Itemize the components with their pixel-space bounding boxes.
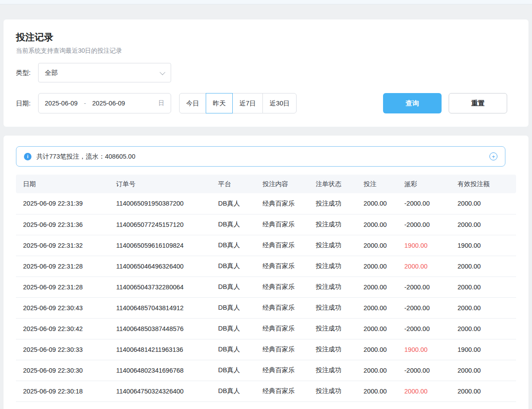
cell-bet: 2000.00 (356, 339, 397, 360)
type-select[interactable]: 全部 (38, 63, 171, 82)
date-end-value: 2025-06-09 (92, 100, 125, 107)
quick-range-today[interactable]: 今日 (179, 93, 206, 113)
cell-bet: 2000.00 (356, 381, 397, 401)
cell-order-no: 1140065059616109824 (109, 235, 211, 256)
table-header-row: 日期订单号平台投注内容注单状态投注派彩有效投注额 (16, 175, 516, 193)
chevron-down-icon (160, 69, 165, 75)
cell-order-no: 1140064802341696768 (109, 360, 211, 381)
cell-valid-bet: 2000.00 (450, 381, 516, 401)
column-header-valid-bet: 有效投注额 (450, 175, 516, 193)
date-filter-row: 日期: 2025-06-09 - 2025-06-09 日 今日昨天近7日近30… (16, 93, 516, 113)
cell-platform: DB真人 (211, 235, 255, 256)
cell-valid-bet: 2000.00 (450, 318, 516, 339)
type-filter-row: 类型: 全部 (16, 63, 516, 82)
cell-platform: DB真人 (211, 214, 255, 235)
column-header-status: 注单状态 (309, 175, 356, 193)
cell-bet-content: 经典百家乐 (255, 214, 309, 235)
column-header-payout: 派彩 (397, 175, 450, 193)
cell-payout: -2000.00 (397, 193, 450, 214)
table-row: 2025-06-09 22:31:321140065059616109824DB… (16, 235, 516, 256)
summary-text: 共计773笔投注，流水：408605.00 (36, 152, 135, 161)
column-header-platform: 平台 (211, 175, 255, 193)
date-range-separator: - (84, 100, 86, 107)
cell-bet-content: 经典百家乐 (255, 339, 309, 360)
cell-bet: 2000.00 (356, 256, 397, 277)
cell-status: 投注成功 (309, 339, 356, 360)
cell-date: 2025-06-09 22:31:28 (16, 256, 109, 277)
cell-status: 投注成功 (309, 318, 356, 339)
column-header-bet: 投注 (356, 175, 397, 193)
date-filter-label: 日期: (16, 99, 38, 108)
cell-status: 投注成功 (309, 235, 356, 256)
cell-bet: 2000.00 (356, 214, 397, 235)
table-row: 2025-06-09 22:30:431140064857043814912DB… (16, 297, 516, 318)
calendar-icon: 日 (158, 99, 164, 107)
quick-range-last30[interactable]: 近30日 (262, 93, 297, 113)
cell-payout: -2000.00 (397, 277, 450, 297)
quick-range-group: 今日昨天近7日近30日 (179, 93, 297, 113)
results-panel: i 共计773笔投注，流水：408605.00 + 日期订单号平台投注内容注单状… (4, 136, 528, 409)
cell-bet: 2000.00 (356, 360, 397, 381)
table-row: 2025-06-09 22:31:281140065043732280064DB… (16, 277, 516, 297)
cell-status: 投注成功 (309, 214, 356, 235)
cell-platform: DB真人 (211, 318, 255, 339)
top-nav-edge (0, 0, 532, 4)
cell-valid-bet: 2000.00 (450, 256, 516, 277)
cell-bet: 2000.00 (356, 297, 397, 318)
cell-status: 投注成功 (309, 277, 356, 297)
table-row: 2025-06-09 22:31:361140065077245157120DB… (16, 214, 516, 235)
cell-platform: DB真人 (211, 193, 255, 214)
reset-button[interactable]: 重置 (449, 93, 507, 113)
date-range-picker[interactable]: 2025-06-09 - 2025-06-09 日 (38, 93, 171, 113)
cell-payout: 2000.00 (397, 256, 450, 277)
cell-bet-content: 经典百家乐 (255, 235, 309, 256)
cell-valid-bet: 2000.00 (450, 297, 516, 318)
cell-bet-content: 经典百家乐 (255, 256, 309, 277)
cell-payout: -2000.00 (397, 318, 450, 339)
cell-platform: DB真人 (211, 339, 255, 360)
cell-valid-bet: 2000.00 (450, 193, 516, 214)
quick-range-last7[interactable]: 近7日 (232, 93, 263, 113)
table-body: 2025-06-09 22:31:391140065091950387200DB… (16, 193, 516, 401)
table-row: 2025-06-09 22:31:281140065046496326400DB… (16, 256, 516, 277)
cell-payout: -2000.00 (397, 214, 450, 235)
cell-valid-bet: 2000.00 (450, 277, 516, 297)
cell-bet-content: 经典百家乐 (255, 318, 309, 339)
cell-date: 2025-06-09 22:31:36 (16, 214, 109, 235)
cell-bet: 2000.00 (356, 318, 397, 339)
cell-valid-bet: 1900.00 (450, 235, 516, 256)
cell-order-no: 1140065077245157120 (109, 214, 211, 235)
cell-date: 2025-06-09 22:30:43 (16, 297, 109, 318)
cell-date: 2025-06-09 22:31:39 (16, 193, 109, 214)
cell-payout: -2000.00 (397, 297, 450, 318)
cell-order-no: 1140064814211963136 (109, 339, 211, 360)
cell-bet: 2000.00 (356, 235, 397, 256)
type-select-value: 全部 (45, 69, 58, 77)
table-row: 2025-06-09 22:30:181140064750324326400DB… (16, 381, 516, 401)
cell-date: 2025-06-09 22:30:30 (16, 360, 109, 381)
cell-payout: 1900.00 (397, 235, 450, 256)
cell-payout: -2000.00 (397, 360, 450, 381)
cell-order-no: 1140065046496326400 (109, 256, 211, 277)
cell-date: 2025-06-09 22:30:33 (16, 339, 109, 360)
cell-bet: 2000.00 (356, 193, 397, 214)
table-row: 2025-06-09 22:30:421140064850387448576DB… (16, 318, 516, 339)
cell-status: 投注成功 (309, 193, 356, 214)
date-start-value: 2025-06-09 (45, 100, 78, 107)
circle-plus-icon[interactable]: + (489, 152, 497, 160)
cell-bet-content: 经典百家乐 (255, 360, 309, 381)
quick-range-yesterday[interactable]: 昨天 (206, 93, 233, 113)
cell-status: 投注成功 (309, 381, 356, 401)
cell-valid-bet: 2000.00 (450, 214, 516, 235)
cell-date: 2025-06-09 22:31:32 (16, 235, 109, 256)
page-title: 投注记录 (16, 31, 516, 43)
cell-platform: DB真人 (211, 256, 255, 277)
cell-order-no: 1140064750324326400 (109, 381, 211, 401)
column-header-bet-content: 投注内容 (255, 175, 309, 193)
query-button[interactable]: 查询 (383, 93, 442, 113)
cell-order-no: 1140065043732280064 (109, 277, 211, 297)
bet-records-table: 日期订单号平台投注内容注单状态投注派彩有效投注额 2025-06-09 22:3… (16, 175, 516, 402)
cell-status: 投注成功 (309, 297, 356, 318)
table-row: 2025-06-09 22:30:331140064814211963136DB… (16, 339, 516, 360)
cell-payout: 1900.00 (397, 339, 450, 360)
